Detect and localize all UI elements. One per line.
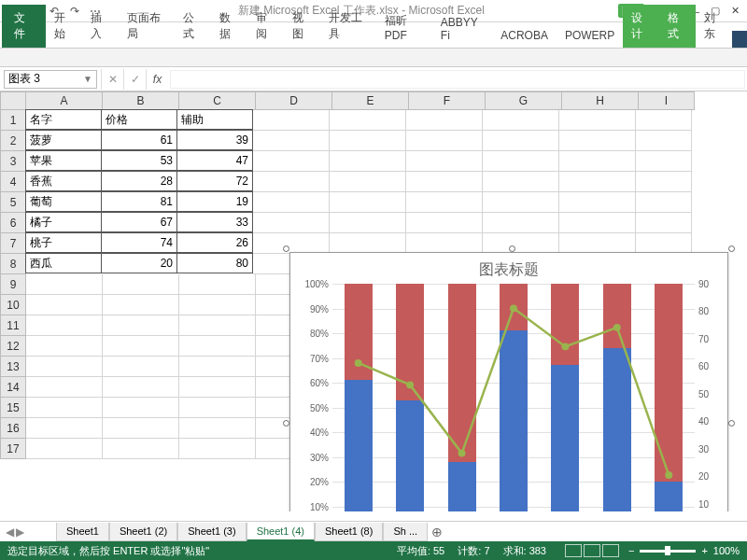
col-header-B[interactable]: B — [103, 91, 179, 110]
enter-formula-icon[interactable]: ✓ — [123, 69, 146, 90]
tab-视图[interactable]: 视图 — [284, 5, 320, 48]
row-header-15[interactable]: 15 — [0, 398, 26, 418]
row-header-13[interactable]: 13 — [0, 357, 26, 377]
tab-插入[interactable]: 插入 — [82, 5, 119, 48]
cell[interactable] — [330, 172, 406, 192]
tab-开始[interactable]: 开始 — [46, 5, 82, 48]
view-pagebreak-icon[interactable] — [602, 544, 619, 557]
cell[interactable]: 香蕉 — [25, 171, 102, 191]
zoom-slider[interactable] — [640, 550, 696, 553]
cell[interactable]: 西瓜 — [25, 253, 102, 273]
zoom-in-icon[interactable]: + — [701, 545, 707, 556]
user-name[interactable]: 刘东 — [696, 5, 732, 48]
sheet-next-icon[interactable]: ▶ — [16, 525, 24, 539]
tab-POWERP[interactable]: POWERP — [557, 23, 623, 48]
cell[interactable] — [103, 398, 179, 418]
cell[interactable] — [253, 192, 330, 213]
cell[interactable] — [406, 131, 483, 151]
cell[interactable] — [559, 151, 636, 172]
col-header-A[interactable]: A — [26, 91, 103, 110]
cell[interactable] — [483, 151, 559, 172]
cell[interactable]: 19 — [176, 191, 253, 212]
row-header-4[interactable]: 4 — [0, 172, 26, 192]
row-header-2[interactable]: 2 — [0, 131, 26, 151]
cell[interactable]: 价格 — [101, 109, 177, 130]
cell[interactable] — [26, 274, 103, 295]
zoom-out-icon[interactable]: − — [628, 545, 634, 556]
cell[interactable]: 47 — [176, 150, 253, 171]
cell[interactable] — [179, 295, 256, 315]
cell[interactable] — [179, 439, 256, 459]
cell[interactable] — [406, 151, 483, 172]
cell[interactable]: 20 — [101, 253, 177, 273]
tab-格式[interactable]: 格式 — [659, 5, 696, 48]
tab-file[interactable]: 文件 — [2, 5, 46, 48]
row-header-10[interactable]: 10 — [0, 295, 26, 315]
cell[interactable] — [26, 398, 103, 418]
chevron-down-icon[interactable]: ▼ — [83, 74, 92, 84]
cell[interactable] — [179, 336, 256, 357]
cell[interactable]: 苹果 — [25, 150, 102, 171]
cell[interactable] — [253, 213, 330, 233]
cell[interactable] — [103, 439, 179, 459]
cell[interactable] — [179, 274, 256, 295]
sheet-prev-icon[interactable]: ◀ — [6, 525, 14, 539]
tab-设计[interactable]: 设计 — [623, 5, 659, 48]
sheet-tab[interactable]: Sh ... — [383, 523, 428, 541]
cell[interactable] — [253, 151, 330, 172]
tab-福昕PDF[interactable]: 福昕PDF — [376, 7, 432, 48]
select-all-corner[interactable] — [0, 91, 26, 110]
cell[interactable] — [179, 377, 256, 398]
cell[interactable] — [636, 131, 692, 151]
cell[interactable]: 33 — [176, 212, 253, 232]
cell[interactable] — [179, 315, 256, 336]
cell[interactable]: 28 — [101, 171, 177, 191]
cell[interactable] — [483, 110, 559, 131]
zoom-level[interactable]: 100% — [713, 545, 740, 556]
cell[interactable] — [559, 172, 636, 192]
cell[interactable] — [330, 131, 406, 151]
cell[interactable] — [330, 213, 406, 233]
cell[interactable] — [559, 233, 636, 254]
cell[interactable] — [26, 418, 103, 439]
col-header-D[interactable]: D — [256, 91, 332, 110]
row-header-1[interactable]: 1 — [0, 110, 26, 131]
sheet-tab[interactable]: Sheet1 (8) — [315, 523, 383, 541]
cell[interactable] — [179, 418, 256, 439]
cell[interactable]: 辅助 — [176, 109, 253, 130]
cell[interactable] — [483, 233, 559, 254]
tab-ABBYY Fi[interactable]: ABBYY Fi — [432, 10, 492, 48]
sheet-tab[interactable]: Sheet1 (3) — [177, 523, 246, 541]
row-header-11[interactable]: 11 — [0, 315, 26, 336]
add-sheet-icon[interactable]: ⊕ — [428, 525, 446, 539]
cell[interactable] — [636, 172, 692, 192]
cell[interactable] — [253, 131, 330, 151]
row-header-3[interactable]: 3 — [0, 151, 26, 172]
cell[interactable] — [179, 357, 256, 377]
cell[interactable] — [26, 377, 103, 398]
cell[interactable]: 80 — [176, 253, 253, 273]
cell[interactable] — [559, 213, 636, 233]
cell[interactable]: 81 — [101, 191, 177, 212]
col-header-H[interactable]: H — [562, 91, 639, 110]
cell[interactable] — [330, 192, 406, 213]
row-header-12[interactable]: 12 — [0, 336, 26, 357]
cell[interactable] — [636, 213, 692, 233]
user-avatar[interactable] — [732, 31, 747, 48]
row-header-8[interactable]: 8 — [0, 254, 26, 274]
row-header-16[interactable]: 16 — [0, 418, 26, 439]
sheet-tab[interactable]: Sheet1 (4) — [247, 523, 315, 541]
cell[interactable] — [406, 172, 483, 192]
sheet-tab[interactable]: Sheet1 — [56, 523, 109, 541]
cell[interactable] — [559, 192, 636, 213]
cell[interactable]: 菠萝 — [25, 130, 102, 150]
name-box[interactable]: 图表 3▼ — [4, 70, 97, 89]
tab-公式[interactable]: 公式 — [175, 5, 211, 48]
cell[interactable] — [406, 233, 483, 254]
fx-icon[interactable]: fx — [146, 69, 168, 90]
cell[interactable] — [103, 357, 179, 377]
resize-handle[interactable] — [728, 420, 735, 427]
cell[interactable]: 桃子 — [25, 232, 102, 253]
cell[interactable] — [26, 315, 103, 336]
plot-area[interactable]: 0%10%20%30%40%50%60%70%80%90%100% 010203… — [332, 284, 695, 511]
